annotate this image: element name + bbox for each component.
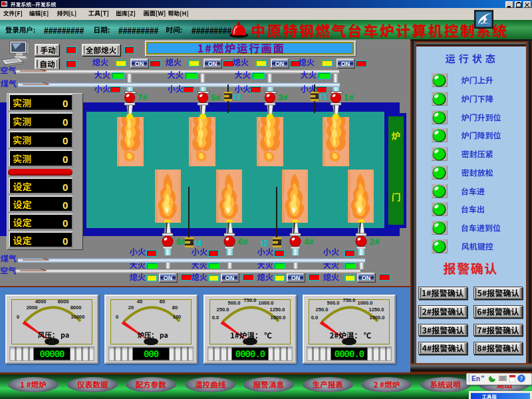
svg-text:1500.0: 1500.0 <box>370 315 385 321</box>
svg-text:500.0: 500.0 <box>327 300 340 306</box>
svg-text:0.0: 0.0 <box>311 315 318 321</box>
svg-text:20: 20 <box>128 305 134 311</box>
svg-text:2000: 2000 <box>27 305 38 311</box>
svg-text:?: ? <box>520 375 523 382</box>
svg-text:0: 0 <box>116 314 118 320</box>
svg-text:6000: 6000 <box>58 299 69 305</box>
svg-text:1000.0: 1000.0 <box>259 300 274 306</box>
svg-text:60: 60 <box>160 299 165 305</box>
svg-text:10000: 10000 <box>71 314 85 320</box>
svg-text:1250.0: 1250.0 <box>369 307 384 313</box>
svg-text:40: 40 <box>137 299 142 305</box>
svg-text:250.0: 250.0 <box>316 307 329 313</box>
svg-text:100: 100 <box>173 314 182 320</box>
svg-text:8000: 8000 <box>70 305 82 311</box>
svg-text:750.0: 750.0 <box>343 297 356 303</box>
svg-text:500.0: 500.0 <box>228 300 241 306</box>
svg-text:4000: 4000 <box>35 299 47 305</box>
svg-text:0.0: 0.0 <box>212 315 219 321</box>
svg-text:1250.0: 1250.0 <box>270 307 285 313</box>
svg-text:750.0: 750.0 <box>244 297 257 303</box>
svg-text:1500.0: 1500.0 <box>271 315 286 321</box>
svg-text:250.0: 250.0 <box>217 307 229 313</box>
svg-text:1000.0: 1000.0 <box>358 300 373 306</box>
svg-text:0: 0 <box>17 314 19 320</box>
svg-text:80: 80 <box>172 305 178 311</box>
